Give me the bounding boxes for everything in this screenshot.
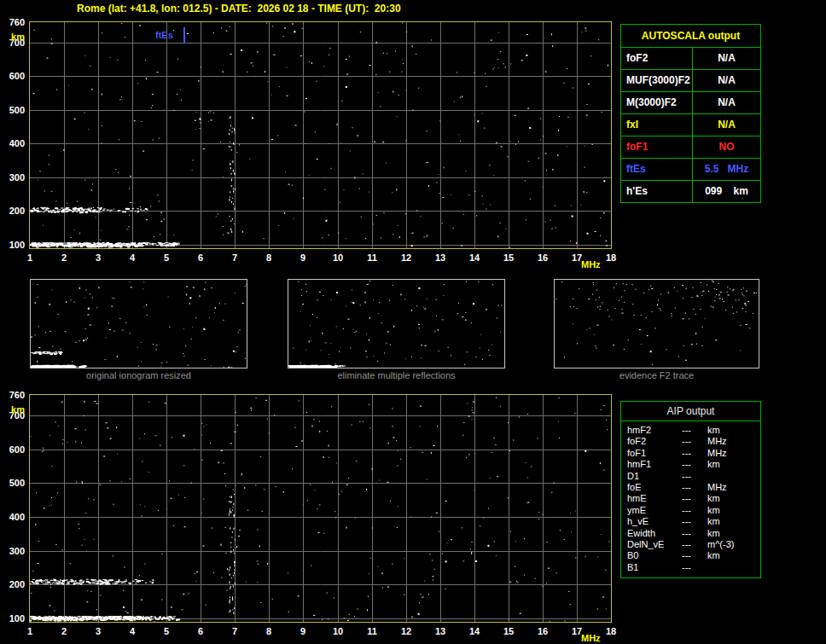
aip-row-hmF2: hmF2---km [621, 425, 760, 436]
aip-row-B0: B0---km [621, 550, 760, 561]
param-label: fxI [621, 114, 693, 136]
param-value: --- [682, 425, 707, 436]
x-tick-5: 5 [157, 252, 176, 263]
aip-row-D1: D1--- [621, 471, 760, 482]
ionogram-canvas-top [30, 22, 611, 248]
thumbnail-caption-reflections: eliminate multiple reflections [288, 370, 505, 380]
param-value: --- [682, 459, 707, 470]
aip-row-foE: foE---MHz [621, 482, 760, 493]
y-tick-200: 200 [9, 206, 25, 216]
autoscala-row-foF2: foF2N/A [621, 48, 760, 70]
param-value: --- [682, 482, 707, 493]
aip-row-Ewidth: Ewidth---km [621, 528, 760, 539]
x-tick-2: 2 [55, 626, 73, 636]
aip-row-B1: B1--- [621, 562, 760, 573]
x-tick-3: 3 [89, 252, 108, 263]
thumbnail-canvas-f2 [555, 280, 759, 368]
y-axis-unit-label-bottom: km [6, 404, 25, 415]
param-value: --- [682, 528, 707, 539]
y-tick-200: 200 [9, 579, 25, 589]
x-tick-2: 2 [55, 252, 73, 263]
x-tick-14: 14 [465, 626, 484, 636]
param-unit: km [707, 505, 760, 516]
aip-row-h_vE: h_vE---km [621, 516, 760, 527]
y-tick-100: 100 [9, 240, 25, 250]
x-tick-10: 10 [329, 626, 347, 636]
y-tick-760: 760 [9, 390, 25, 400]
thumbnail-evidence-f2 [554, 279, 759, 368]
aip-row-foF1: foF1---MHz [621, 448, 760, 459]
x-tick-9: 9 [294, 252, 312, 263]
x-tick-7: 7 [225, 252, 244, 263]
param-label: hmF1 [621, 459, 682, 470]
param-value: 099 km [693, 181, 760, 202]
x-tick-11: 11 [363, 626, 381, 636]
x-tick-16: 16 [533, 252, 552, 263]
ftes-marker-line-icon [183, 27, 185, 43]
thumbnail-caption-f2: evidence F2 trace [554, 370, 759, 380]
autoscala-table-title: AUTOSCALA output [621, 25, 760, 48]
autoscala-row-h'Es: h'Es099 km [621, 181, 760, 202]
thumbnail-caption-original: original ionogram resized [30, 370, 247, 380]
param-label: ftEs [621, 159, 693, 180]
param-unit [707, 471, 760, 482]
x-tick-7: 7 [225, 626, 244, 636]
param-value: 5.5 MHz [693, 159, 760, 180]
y-tick-100: 100 [9, 613, 25, 624]
autoscala-row-ftEs: ftEs5.5 MHz [621, 159, 760, 181]
autoscala-row-MUF(3000)F2: MUF(3000)F2N/A [621, 70, 760, 92]
param-unit: MHz [707, 436, 760, 447]
param-value: --- [682, 493, 707, 504]
autoscala-window: Rome (lat: +41.8, lon: 012.5) - DATE: 20… [0, 0, 826, 644]
param-label: B0 [621, 550, 682, 561]
aip-row-hmE: hmE---km [621, 493, 760, 504]
x-tick-9: 9 [294, 626, 312, 636]
param-value: N/A [693, 48, 760, 69]
x-tick-11: 11 [363, 252, 381, 263]
y-axis-ticks-top: 760700600500400300200100 [2, 22, 27, 248]
param-label: hmF2 [621, 425, 682, 436]
param-unit: km [707, 493, 760, 504]
param-value: --- [682, 505, 707, 516]
aip-row-foF2: foF2---MHz [621, 436, 760, 447]
y-axis-ticks-bottom: 760700600500400300200100 [2, 395, 27, 622]
x-tick-12: 12 [397, 252, 416, 263]
thumbnail-original-ionogram [30, 279, 247, 368]
thumbnail-canvas-original [31, 280, 247, 368]
y-tick-760: 760 [9, 17, 25, 27]
param-label: h'Es [621, 181, 693, 202]
y-tick-600: 600 [9, 71, 25, 81]
x-tick-14: 14 [465, 252, 484, 263]
y-tick-400: 400 [9, 512, 25, 522]
x-tick-6: 6 [191, 626, 210, 636]
param-value: NO [693, 136, 760, 158]
thumbnail-eliminate-reflections [288, 279, 505, 368]
x-tick-4: 4 [123, 626, 142, 636]
param-label: Ewidth [621, 528, 682, 539]
param-value: --- [682, 436, 707, 447]
param-value: N/A [693, 92, 760, 113]
x-tick-16: 16 [533, 626, 552, 636]
x-axis-ticks-bottom: 123456789101112131415161718 [30, 622, 611, 637]
ionogram-canvas-bottom [30, 395, 611, 622]
x-tick-6: 6 [191, 252, 210, 263]
aip-row-DelN_vE: DelN_vE---m^(-3) [621, 539, 760, 550]
x-tick-12: 12 [397, 626, 416, 636]
param-unit [707, 562, 760, 573]
y-tick-400: 400 [9, 138, 25, 148]
param-value: --- [682, 550, 707, 561]
param-label: foF1 [621, 136, 693, 158]
param-unit: MHz [707, 482, 760, 493]
x-tick-8: 8 [259, 252, 278, 263]
x-tick-4: 4 [123, 252, 142, 263]
ionogram-plot-top: ftEs 760700600500400300200100 km 1234567… [29, 21, 612, 249]
param-unit: MHz [707, 448, 760, 459]
y-tick-500: 500 [9, 478, 25, 488]
param-label: ymE [621, 505, 682, 516]
y-tick-600: 600 [9, 444, 25, 455]
autoscala-row-foF1: foF1NO [621, 136, 760, 159]
autoscala-row-M(3000)F2: M(3000)F2N/A [621, 92, 760, 114]
x-axis-unit-label-bottom: MHz [581, 633, 601, 643]
x-tick-1: 1 [20, 252, 39, 263]
param-value: N/A [693, 114, 760, 136]
